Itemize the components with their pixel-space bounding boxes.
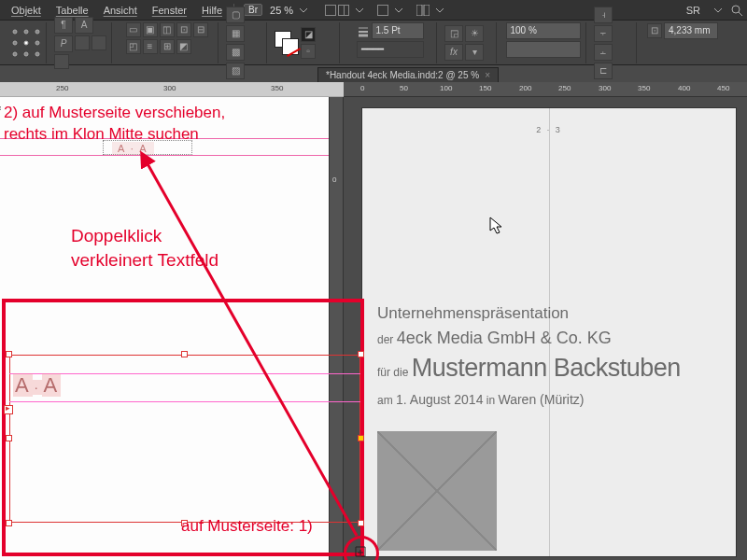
menu-help[interactable]: Hilfe xyxy=(194,5,230,16)
corner-group: ◲ ☀ fx ▾ xyxy=(441,22,497,63)
wrap-btn-1[interactable]: ▢ xyxy=(226,7,245,23)
handle-tr[interactable] xyxy=(358,351,364,357)
svg-point-2 xyxy=(732,6,740,13)
image-placeholder[interactable] xyxy=(377,431,497,551)
screen-mode-icon[interactable] xyxy=(377,5,388,16)
constrain-icon[interactable]: ⊡ xyxy=(647,23,662,38)
handle-tl[interactable] xyxy=(6,351,12,357)
svg-rect-1 xyxy=(424,5,430,16)
zoom-level[interactable]: 25 % xyxy=(270,5,293,16)
align-group: ⫞ ⫟ ⫠ ⊏ xyxy=(590,22,637,63)
close-tab-icon[interactable]: × xyxy=(485,70,490,80)
reference-point-icon[interactable] xyxy=(9,26,42,60)
view-mode-dropdown-icon[interactable] xyxy=(355,6,364,15)
handle-tm[interactable] xyxy=(181,351,188,357)
svg-point-5 xyxy=(24,30,28,34)
page-spread[interactable]: 2 · 3 Unternehmenspräsentation der 4eck … xyxy=(362,108,736,556)
zoom-dropdown-icon[interactable] xyxy=(299,6,308,15)
paragraph-style-icon[interactable]: ¶ xyxy=(54,17,73,34)
fx-icon[interactable]: fx xyxy=(444,44,463,61)
arrange-icon[interactable] xyxy=(416,5,430,16)
search-icon[interactable] xyxy=(730,4,743,17)
wrap-btn-2[interactable]: ▦ xyxy=(226,25,245,42)
fill-stroke-swatch[interactable] xyxy=(275,31,299,55)
document-tab[interactable]: *Handout 4eck Media.indd:2 @ 25 % × xyxy=(317,67,499,82)
width-field[interactable]: 4,233 mm xyxy=(664,22,718,39)
char-style-group: ¶ A P xyxy=(50,22,112,63)
control-panel: ¶ A P ▭ ▣ ◫ ⊡ ⊟ ◰ ≡ ⊞ ◩ ▢ ▦ ▩ ▨ ◪ ▫ xyxy=(0,21,747,65)
handle-mr[interactable] xyxy=(358,435,364,441)
annotation-2: Doppelklick verkleinert Textfeld xyxy=(71,224,218,272)
frame-tool-2[interactable]: ▣ xyxy=(143,22,158,37)
blend-mode-field[interactable] xyxy=(506,41,581,58)
handle-bl[interactable] xyxy=(6,520,12,526)
ruler-tick: 350 xyxy=(638,84,650,92)
ruler-tick: 250 xyxy=(56,84,68,92)
wrap-btn-4[interactable]: ▨ xyxy=(226,63,245,79)
handle-br[interactable] xyxy=(358,520,364,526)
right-document-view[interactable]: 2 · 3 Unternehmenspräsentation der 4eck … xyxy=(344,97,747,560)
menu-view[interactable]: Ansicht xyxy=(96,5,145,16)
corner-icon[interactable]: ◲ xyxy=(444,25,463,42)
menu-window[interactable]: Fenster xyxy=(145,5,194,16)
page-marker-large: A·A xyxy=(13,373,61,398)
para-style-btn[interactable]: P xyxy=(54,35,73,52)
frame-tool-9[interactable]: ◩ xyxy=(176,39,191,54)
selection-outline xyxy=(9,355,360,523)
frame-tool-8[interactable]: ⊞ xyxy=(160,39,175,54)
style-btn-2[interactable] xyxy=(92,35,106,50)
opacity-field[interactable]: 100 % xyxy=(506,22,581,39)
style-btn-1[interactable] xyxy=(75,35,90,50)
pres-line-3: für die Mustermann Backstuben xyxy=(377,354,681,383)
frame-tool-6[interactable]: ◰ xyxy=(126,39,141,54)
align-btn-4[interactable]: ⊏ xyxy=(594,63,613,79)
view-mode-icons[interactable] xyxy=(325,5,349,16)
stroke-weight-field[interactable]: 1.5 Pt xyxy=(372,22,424,39)
guide-line xyxy=(9,401,360,402)
frame-tools-group: ▭ ▣ ◫ ⊡ ⊟ ◰ ≡ ⊞ ◩ xyxy=(116,22,218,63)
view-single-icon[interactable] xyxy=(325,5,336,16)
stroke-style-field[interactable]: ━━━━ xyxy=(357,41,424,58)
align-btn-2[interactable]: ⫟ xyxy=(594,25,613,42)
align-btn-3[interactable]: ⫠ xyxy=(594,44,613,61)
wrap-group: ▢ ▦ ▩ ▨ xyxy=(222,22,267,63)
selected-text-frame[interactable]: A·A xyxy=(9,355,360,523)
ruler-tick: 350 xyxy=(271,84,283,92)
text-in-port[interactable] xyxy=(4,405,13,414)
view-spread-icon[interactable] xyxy=(338,5,349,16)
frame-tool-5[interactable]: ⊟ xyxy=(193,22,208,37)
svg-rect-0 xyxy=(416,5,422,16)
menu-bar: Objekt Tabelle Ansicht Fenster Hilfe Br … xyxy=(0,0,747,21)
char-style-icon[interactable]: A xyxy=(75,17,93,34)
guide-line xyxy=(9,373,360,374)
align-btn-1[interactable]: ⫞ xyxy=(594,7,613,23)
page-number-marker: 2 · 3 xyxy=(362,125,736,134)
svg-point-4 xyxy=(13,30,17,34)
workspace-dropdown-icon[interactable] xyxy=(713,6,723,15)
arrange-dropdown-icon[interactable] xyxy=(435,6,444,15)
menu-table[interactable]: Tabelle xyxy=(49,5,96,16)
frame-tool-3[interactable]: ◫ xyxy=(160,22,175,37)
handle-ml[interactable] xyxy=(6,435,12,441)
svg-point-12 xyxy=(35,52,39,56)
ruler-tick: 400 xyxy=(678,84,690,92)
workspace-label[interactable]: SR xyxy=(686,5,700,16)
default-fill-stroke-icon[interactable]: ▫ xyxy=(301,44,316,59)
document-tabs: *Handout 4eck Media.indd:2 @ 25 % × xyxy=(0,65,747,82)
effects-icon[interactable]: ☀ xyxy=(465,25,484,42)
style-btn-3[interactable] xyxy=(54,54,69,69)
transform-group: ⊡ 4,233 mm xyxy=(641,22,725,63)
frame-tool-4[interactable]: ⊡ xyxy=(176,22,191,37)
stroke-weight-group: 1.5 Pt ━━━━ xyxy=(344,22,437,63)
menu-object[interactable]: Objekt xyxy=(4,5,49,16)
swap-fill-stroke-icon[interactable]: ◪ xyxy=(301,27,316,42)
bridge-button[interactable]: Br xyxy=(244,4,262,16)
mouse-cursor-icon xyxy=(489,217,504,235)
screen-mode-dropdown-icon[interactable] xyxy=(394,6,403,15)
frame-corner-handle-icon[interactable] xyxy=(354,545,367,558)
frame-tool-1[interactable]: ▭ xyxy=(126,22,141,37)
more-icon[interactable]: ▾ xyxy=(465,44,484,61)
frame-tool-7[interactable]: ≡ xyxy=(143,39,158,54)
ruler-tick: 0 xyxy=(360,84,364,92)
wrap-btn-3[interactable]: ▩ xyxy=(226,44,245,61)
